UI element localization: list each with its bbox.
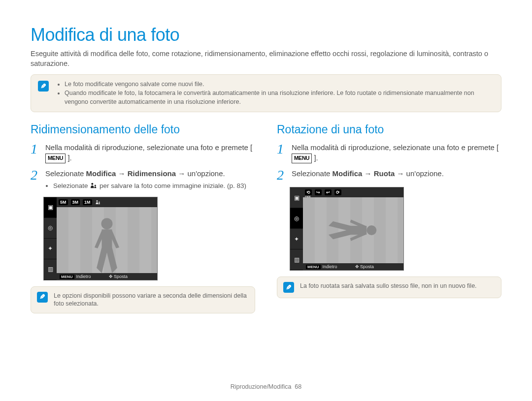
page-footer: Riproduzione/Modifica 68 bbox=[0, 383, 532, 390]
footer-section: Riproduzione/Modifica bbox=[231, 383, 292, 390]
note-icon bbox=[283, 282, 294, 293]
cam-side-icon: ✦ bbox=[44, 239, 57, 259]
sub-bullet-text: per salvare la foto come immagine inizia… bbox=[100, 182, 246, 189]
note-text: La foto ruotata sarà salvata sullo stess… bbox=[300, 282, 477, 293]
step-number: 2 bbox=[277, 168, 287, 182]
page-title: Modifica di una foto bbox=[31, 25, 501, 45]
svg-point-0 bbox=[92, 183, 94, 185]
cam-top-chip: ⟳ bbox=[334, 189, 341, 195]
top-note-item: Le foto modificate vengono salvate come … bbox=[65, 80, 494, 89]
cam-top-chip: 1M bbox=[83, 199, 92, 205]
cam-move-label: Sposta bbox=[360, 264, 374, 269]
cam-top-chip: ↩ bbox=[325, 189, 332, 195]
person-start-icon bbox=[90, 182, 98, 189]
silhouette-icon bbox=[90, 216, 124, 273]
step-bold: Ridimensiona bbox=[128, 169, 176, 178]
step-text: → un'opzione. bbox=[397, 169, 443, 178]
step-text: Nella modalità di riproduzione, selezion… bbox=[45, 143, 252, 152]
intro-text: Eseguite attività di modifica delle foto… bbox=[31, 49, 501, 68]
cam-back-label: Indietro bbox=[323, 264, 337, 269]
top-note-item: Quando modificate le foto, la fotocamera… bbox=[65, 89, 494, 106]
step-2: 2 Selezionate Modifica → Ridimensiona → … bbox=[31, 168, 255, 191]
right-column: Rotazione di una foto 1 Nella modalità d… bbox=[277, 123, 501, 314]
cam-side-icon: ▥ bbox=[44, 259, 57, 280]
person-start-icon bbox=[95, 199, 101, 205]
note-icon bbox=[38, 81, 49, 92]
cam-top-chip: ⟲ OFF bbox=[305, 189, 312, 195]
cam-side-icon: ◎ bbox=[44, 218, 57, 239]
svg-point-1 bbox=[95, 185, 96, 186]
footer-page-number: 68 bbox=[295, 383, 301, 390]
cam-top-chip: 3M bbox=[71, 199, 80, 205]
section-heading-rotate: Rotazione di una foto bbox=[277, 123, 501, 136]
menu-badge: MENU bbox=[292, 154, 312, 163]
left-note-box: Le opzioni disponibili possono variare a… bbox=[31, 286, 255, 314]
cam-side-icon: ◎ bbox=[290, 208, 303, 229]
cam-move-label: Sposta bbox=[114, 274, 128, 279]
sub-bullet-text: Selezionate bbox=[53, 182, 90, 189]
note-text: Le opzioni disponibili possono variare a… bbox=[54, 292, 249, 308]
step-text: → un'opzione. bbox=[178, 169, 225, 178]
cam-side-icon: ▣ bbox=[44, 197, 57, 218]
step-text: Selezionate bbox=[292, 169, 332, 178]
step-arrow: → bbox=[365, 169, 374, 178]
svg-point-3 bbox=[99, 201, 100, 202]
menu-badge: MENU bbox=[45, 154, 66, 163]
cam-menu-key: MENU bbox=[306, 265, 321, 269]
cam-top-chip: ↪ bbox=[315, 189, 322, 195]
silhouette-icon bbox=[329, 217, 378, 244]
cam-menu-key: MENU bbox=[60, 275, 74, 279]
section-heading-resize: Ridimensionamento delle foto bbox=[31, 123, 255, 136]
cam-side-icon: ✦ bbox=[290, 229, 303, 249]
cam-top-chip: 5M bbox=[59, 199, 68, 205]
step-2: 2 Selezionate Modifica → Ruota → un'opzi… bbox=[277, 168, 501, 182]
step-bold: Modifica bbox=[332, 169, 363, 178]
svg-point-4 bbox=[101, 218, 113, 229]
top-note-box: Le foto modificate vengono salvate come … bbox=[31, 74, 501, 112]
step-bold: Modifica bbox=[86, 169, 116, 178]
svg-point-2 bbox=[96, 200, 98, 202]
cam-side-icon: ▥ bbox=[290, 249, 303, 270]
right-note-box: La foto ruotata sarà salvata sullo stess… bbox=[277, 277, 501, 298]
step-1: 1 Nella modalità di riproduzione, selezi… bbox=[277, 142, 501, 164]
note-icon bbox=[37, 292, 48, 303]
cam-back-label: Indietro bbox=[76, 274, 91, 279]
camera-mock-rotate: ▣ ◎ ✦ ▥ ⟲ OFF ↪ ↩ ⟳ Destra (90°) bbox=[290, 187, 404, 271]
step-number: 1 bbox=[277, 142, 287, 164]
step-1: 1 Nella modalità di riproduzione, selezi… bbox=[31, 142, 255, 164]
step-number: 1 bbox=[31, 142, 40, 164]
step-text: ]. bbox=[314, 154, 318, 162]
step-bold: Ruota bbox=[374, 169, 395, 178]
step-arrow: → bbox=[118, 169, 128, 178]
step-text: ]. bbox=[67, 154, 71, 162]
step-text: Nella modalità di riproduzione, selezion… bbox=[292, 143, 499, 152]
step-text: Selezionate bbox=[45, 169, 86, 178]
cam-side-icon: ▣ bbox=[290, 187, 303, 208]
step-number: 2 bbox=[31, 168, 40, 191]
camera-mock-resize: ▣ ◎ ✦ ▥ 5M 3M 1M 1984 X 1488 bbox=[43, 197, 158, 280]
svg-point-5 bbox=[366, 225, 376, 235]
left-column: Ridimensionamento delle foto 1 Nella mod… bbox=[31, 123, 255, 314]
